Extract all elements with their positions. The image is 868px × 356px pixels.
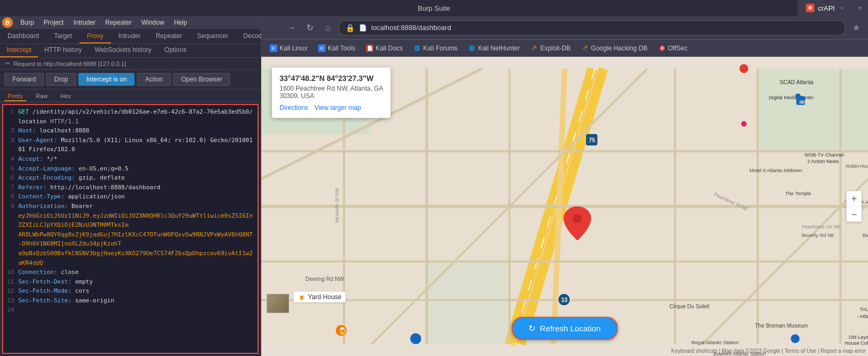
- svg-text:SCAD Atlanta: SCAD Atlanta: [779, 79, 813, 85]
- table-row: 9 Authorization: Bearer: [5, 202, 255, 211]
- address-bar-lock-icon2: 📄: [359, 24, 367, 32]
- svg-text:The Breman Museum: The Breman Museum: [755, 323, 808, 329]
- menu-intruder[interactable]: Intruder: [69, 18, 100, 27]
- svg-point-34: [791, 335, 799, 343]
- view-larger-map-link[interactable]: View larger map: [314, 104, 361, 112]
- content-tab-hex[interactable]: Hex: [57, 92, 75, 101]
- menu-repeater[interactable]: Repeater: [101, 18, 136, 27]
- back-button[interactable]: ←: [266, 20, 281, 35]
- subtab-http-history[interactable]: HTTP history: [38, 44, 89, 57]
- tab-sequencer[interactable]: Sequencer: [190, 29, 236, 43]
- kali-tools-icon: K: [318, 44, 326, 52]
- table-row: AR8LWbPw8QYOqg0xZjK9jadGuj7HIzlKXcC47OTu…: [5, 230, 255, 249]
- tab-dashboard[interactable]: Dashboard: [0, 29, 47, 43]
- forward-button[interactable]: Forward: [4, 73, 44, 86]
- map-attribution: Keyboard shortcuts | Map data ©2023 Goog…: [671, 348, 866, 354]
- svg-point-36: [573, 214, 582, 222]
- subtab-options[interactable]: Options: [158, 44, 193, 57]
- tab-intruder[interactable]: Intruder: [111, 29, 148, 43]
- bookmark-kali-linux[interactable]: K Kali Linux: [266, 43, 312, 54]
- address-bar[interactable]: 🔒 📄 localhost:8888/dashboard: [339, 20, 845, 35]
- bookmark-offsec[interactable]: 🎯 OffSec: [654, 43, 692, 54]
- browser-tab-crapi[interactable]: ⚙ crAPI ×: [797, 4, 852, 12]
- svg-text:🍺: 🍺: [339, 327, 347, 335]
- tab-repeater[interactable]: Repeater: [148, 29, 189, 43]
- bookmark-google-hacking[interactable]: 💣 Google Hacking DB: [577, 43, 652, 54]
- bookmark-kali-tools[interactable]: K Kali Tools: [314, 43, 359, 54]
- crapi-tab-icon: ⚙: [806, 4, 814, 12]
- svg-text:13: 13: [561, 297, 568, 303]
- nethunter-icon: 🌐: [468, 44, 476, 52]
- bookmark-star-button[interactable]: ★: [849, 20, 864, 35]
- table-row: 10 Connection: close: [5, 268, 255, 277]
- table-row: 12 Sec-Fetch-Mode: cors: [5, 286, 255, 296]
- refresh-icon: ↻: [528, 323, 535, 333]
- tab-proxy[interactable]: Proxy: [79, 29, 111, 43]
- svg-text:2 Action News: 2 Action News: [807, 159, 839, 164]
- menu-burp[interactable]: Burp: [16, 18, 38, 27]
- bookmark-kali-docs[interactable]: 📄 Kali Docs: [362, 43, 407, 54]
- action-button[interactable]: Action: [137, 73, 171, 86]
- intercept-toggle-button[interactable]: Intercept is on: [78, 73, 135, 86]
- kali-docs-icon: 📄: [366, 44, 373, 52]
- menu-project[interactable]: Project: [39, 18, 68, 27]
- edit-icon: ✏: [5, 60, 10, 67]
- request-info-bar: ✏ Request to http://localhost:8888 [127.…: [0, 58, 261, 70]
- subtab-intercept[interactable]: Intercept: [0, 44, 38, 57]
- svg-text:WSB-TV Channel: WSB-TV Channel: [805, 152, 844, 158]
- svg-text:Regal Atlantic Station: Regal Atlantic Station: [692, 340, 739, 345]
- zoom-in-button[interactable]: +: [847, 191, 862, 206]
- bookmark-exploit-db[interactable]: 💣 Exploit-DB: [526, 43, 575, 54]
- subtab-websockets[interactable]: WebSockets history: [89, 44, 158, 57]
- home-button[interactable]: ⌂: [320, 20, 335, 35]
- svg-point-33: [739, 64, 748, 73]
- table-row: 7 Referer: http://localhost:8888/dashboa…: [5, 183, 255, 192]
- exploit-db-icon: 💣: [531, 44, 538, 52]
- table-row: 13 Sec-Fetch-Site: same-origin: [5, 296, 255, 306]
- map-coordinates: 33°47'48.2"N 84°23'27.3"W: [279, 74, 383, 83]
- table-row: 4 Accept: */*: [5, 154, 255, 164]
- browser-tab-close[interactable]: ×: [840, 5, 843, 11]
- address-url[interactable]: localhost:8888/dashboard: [371, 24, 451, 32]
- open-browser-button[interactable]: Open Browser: [173, 73, 231, 86]
- browser-nav-bar: ← → ↻ ⌂ 🔒 📄 localhost:8888/dashboard ★: [261, 16, 868, 40]
- reload-button[interactable]: ↻: [302, 20, 317, 35]
- table-row: 6 Accept-Encoding: gzip, deflate: [5, 173, 255, 183]
- kali-linux-icon: K: [270, 44, 277, 52]
- map-action-links: Directions View larger map: [279, 104, 383, 112]
- bookmark-kali-forums[interactable]: 🌐 Kali Forums: [409, 43, 462, 54]
- proxy-sub-tabs: Intercept HTTP history WebSockets histor…: [0, 44, 261, 58]
- map-area: Mccaslin St NW Deering Rd NW Peachtree S…: [261, 57, 868, 356]
- directions-link[interactable]: Directions: [279, 104, 308, 112]
- svg-point-39: [410, 333, 422, 344]
- svg-text:Beverly Rd NE: Beverly Rd NE: [802, 233, 835, 238]
- table-row: 11 Sec-Fetch-Dest: empty: [5, 277, 255, 287]
- svg-text:Motel 6 Atlanta Midtown: Motel 6 Atlanta Midtown: [749, 168, 802, 173]
- main-area: B Burp Project Intruder Repeater Window …: [0, 16, 868, 356]
- svg-text:Deering Rd NW: Deering Rd NW: [305, 276, 344, 282]
- table-row: 2 Host: localhost:8888: [5, 126, 255, 136]
- zoom-out-button[interactable]: −: [847, 207, 862, 222]
- request-info-text: Request to http://localhost:8888 [127.0.…: [13, 61, 126, 67]
- browser-tab-label: crAPI: [818, 4, 835, 12]
- menu-help[interactable]: Help: [170, 18, 192, 27]
- svg-point-40: [795, 93, 800, 99]
- content-tab-raw[interactable]: Raw: [33, 92, 51, 101]
- request-body[interactable]: 1 GET /identity/api/v2/vehicle/db0126ae-…: [2, 104, 259, 354]
- new-tab-button[interactable]: +: [852, 3, 868, 13]
- tab-target[interactable]: Target: [47, 29, 79, 43]
- table-row: a9pBsQzb500BvfkCNSNV3bgjHaeyKsXKO279Ue7C…: [5, 249, 255, 268]
- refresh-location-button[interactable]: ↻ Refresh Location: [511, 317, 617, 340]
- svg-text:Cirque Du Soleil: Cirque Du Soleil: [670, 303, 709, 309]
- map-info-card: 33°47'48.2"N 84°23'27.3"W 1600 Peachtree…: [272, 68, 391, 118]
- menu-window[interactable]: Window: [137, 18, 168, 27]
- svg-text:TALK English Schools: TALK English Schools: [860, 307, 868, 312]
- bookmark-kali-nethunter[interactable]: 🌐 Kali NetHunter: [464, 43, 524, 54]
- table-row: 14: [5, 305, 255, 315]
- google-hacking-icon: 💣: [582, 44, 589, 52]
- svg-text:House Columns: House Columns: [845, 340, 868, 346]
- forward-nav-button[interactable]: →: [284, 20, 299, 35]
- drop-button[interactable]: Drop: [46, 73, 76, 86]
- map-address-line1: 1600 Peachtree Rd NW, Atlanta, GA 30309,…: [279, 85, 383, 100]
- content-tab-pretty[interactable]: Pretty: [4, 92, 26, 101]
